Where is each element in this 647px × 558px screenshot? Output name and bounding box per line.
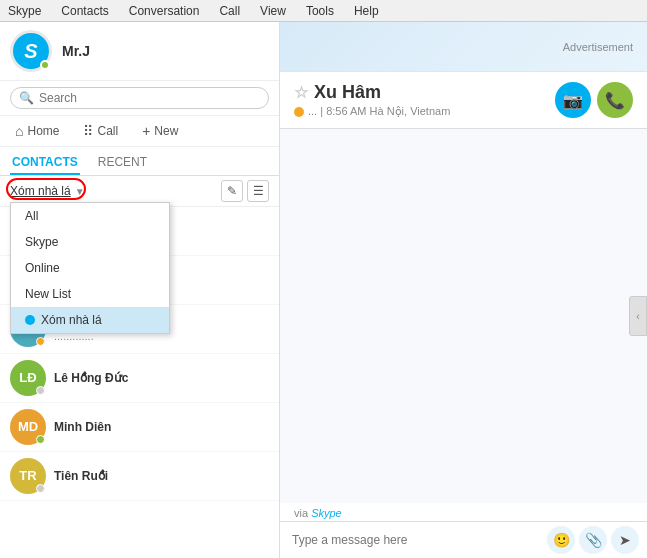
send-button[interactable]: ➤ [611, 526, 639, 554]
group-label[interactable]: Xóm nhà lá ▼ [10, 184, 85, 198]
list-item[interactable]: TR Tiên Ruồi [0, 452, 279, 501]
dropdown-item-xom-label: Xóm nhà lá [41, 313, 102, 327]
manage-group-button[interactable]: ☰ [247, 180, 269, 202]
nav-new-label: New [154, 124, 178, 138]
plus-icon: + [142, 123, 150, 139]
search-box[interactable]: 🔍 [10, 87, 269, 109]
right-panel: Advertisement ☆ Xu Hâm ... | 8:56 AM Hà … [280, 22, 647, 558]
profile-area: S Mr.J [0, 22, 279, 81]
send-icon: ➤ [619, 532, 631, 548]
search-icon: 🔍 [19, 91, 34, 105]
contact-avatar: MD [10, 409, 46, 445]
avatar-initials: TR [19, 458, 36, 494]
video-call-button[interactable]: 📷 [555, 82, 591, 118]
contact-status-dot [36, 435, 45, 444]
list-item[interactable]: LĐ Lê Hồng Đức [0, 354, 279, 403]
video-icon: 📷 [563, 91, 583, 110]
via-label: via [294, 507, 308, 519]
message-input-area: 🙂 📎 ➤ [280, 521, 647, 558]
left-panel: S Mr.J 🔍 ⌂ Home ⠿ Call + [0, 22, 280, 558]
dropdown-item-online[interactable]: Online [11, 255, 169, 281]
chat-contact-name: Xu Hâm [314, 82, 381, 103]
emoji-icon: 🙂 [553, 532, 570, 548]
tab-recent[interactable]: RECENT [96, 151, 149, 175]
nav-call-label: Call [97, 124, 118, 138]
menu-contacts[interactable]: Contacts [57, 2, 112, 20]
ad-banner: Advertisement [280, 22, 647, 72]
menu-conversation[interactable]: Conversation [125, 2, 204, 20]
search-area: 🔍 [0, 81, 279, 116]
chat-header: ☆ Xu Hâm ... | 8:56 AM Hà Nội, Vietnam 📷… [280, 72, 647, 129]
nav-new[interactable]: + New [137, 120, 183, 142]
via-skype: via Skype [280, 503, 647, 521]
phone-icon: 📞 [605, 91, 625, 110]
voice-call-button[interactable]: 📞 [597, 82, 633, 118]
contact-status-dot [36, 484, 45, 493]
advertisement-label: Advertisement [563, 41, 633, 53]
attachment-button[interactable]: 📎 [579, 526, 607, 554]
message-input[interactable] [288, 527, 543, 553]
nav-call[interactable]: ⠿ Call [78, 120, 123, 142]
tab-contacts[interactable]: CONTACTS [10, 151, 80, 175]
main-container: S Mr.J 🔍 ⌂ Home ⠿ Call + [0, 22, 647, 558]
star-icon[interactable]: ☆ [294, 83, 308, 102]
selected-indicator [25, 315, 35, 325]
contact-info: Tiên Ruồi [54, 469, 269, 483]
avatar-initials: LĐ [19, 360, 36, 396]
chat-area: ‹ [280, 129, 647, 503]
home-icon: ⌂ [15, 123, 23, 139]
avatar: S [10, 30, 52, 72]
emoji-button[interactable]: 🙂 [547, 526, 575, 554]
nav-bar: ⌂ Home ⠿ Call + New [0, 116, 279, 147]
contact-avatar: LĐ [10, 360, 46, 396]
side-panel-collapse-button[interactable]: ‹ [629, 296, 647, 336]
nav-home-label: Home [27, 124, 59, 138]
contact-list-header: Xóm nhà lá ▼ ✎ ☰ All Skype Online New Li… [0, 176, 279, 207]
via-service-link[interactable]: Skype [311, 507, 342, 519]
menu-view[interactable]: View [256, 2, 290, 20]
nav-home[interactable]: ⌂ Home [10, 120, 64, 142]
chat-actions: 📷 📞 [555, 82, 633, 118]
contact-name: Minh Diên [54, 420, 269, 434]
group-label-text: Xóm nhà lá [10, 184, 71, 198]
contact-name: Tiên Ruồi [54, 469, 269, 483]
chat-contact-info: ☆ Xu Hâm ... | 8:56 AM Hà Nội, Vietnam [294, 82, 450, 118]
away-status-icon [294, 107, 304, 117]
dropdown-item-skype[interactable]: Skype [11, 229, 169, 255]
contact-name: Lê Hồng Đức [54, 371, 269, 385]
chat-status: ... | 8:56 AM Hà Nội, Vietnam [294, 105, 450, 118]
chevron-down-icon: ▼ [75, 186, 85, 197]
menu-skype[interactable]: Skype [4, 2, 45, 20]
contact-status-dot [36, 337, 45, 346]
contact-info: Minh Diên [54, 420, 269, 434]
contact-info: Lê Hồng Đức [54, 371, 269, 385]
search-input[interactable] [39, 91, 260, 105]
attach-icon: 📎 [585, 532, 602, 548]
profile-name: Mr.J [62, 43, 90, 59]
dropdown-menu: All Skype Online New List Xóm nhà lá [10, 202, 170, 334]
edit-group-button[interactable]: ✎ [221, 180, 243, 202]
contact-status-dot [36, 386, 45, 395]
menu-help[interactable]: Help [350, 2, 383, 20]
menu-tools[interactable]: Tools [302, 2, 338, 20]
menu-call[interactable]: Call [215, 2, 244, 20]
call-grid-icon: ⠿ [83, 123, 93, 139]
list-item[interactable]: MD Minh Diên [0, 403, 279, 452]
chat-status-text: ... | 8:56 AM Hà Nội, Vietnam [308, 105, 450, 118]
dropdown-item-all[interactable]: All [11, 203, 169, 229]
dropdown-item-xom[interactable]: Xóm nhà lá [11, 307, 169, 333]
header-icons: ✎ ☰ [221, 180, 269, 202]
menubar: Skype Contacts Conversation Call View To… [0, 0, 647, 22]
contact-avatar: TR [10, 458, 46, 494]
tabs-area: CONTACTS RECENT [0, 147, 279, 176]
status-indicator [40, 60, 50, 70]
dropdown-item-newlist[interactable]: New List [11, 281, 169, 307]
chat-name: ☆ Xu Hâm [294, 82, 450, 103]
